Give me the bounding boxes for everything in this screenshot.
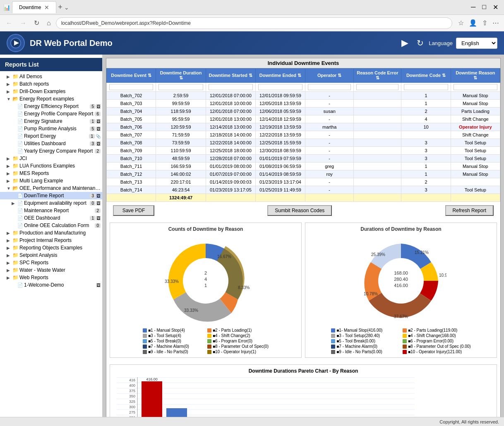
- sidebar-item-drilldown[interactable]: ▶ 📁 Drill-Down Examples: [0, 88, 102, 95]
- sidebar-item-online-oee[interactable]: 📄 Online OEE Calculation Form 0: [0, 222, 102, 229]
- badge: 0: [95, 223, 101, 228]
- close-button[interactable]: ✕: [490, 2, 501, 12]
- sidebar-label: Setpoint Analysis: [19, 252, 101, 258]
- svg-text:275: 275: [129, 410, 135, 414]
- filter-reason[interactable]: [454, 84, 497, 90]
- sidebar-item-oee[interactable]: ▼ 📂 OEE, Performance and Maintenance: [0, 184, 102, 192]
- menu-icon[interactable]: ⋯: [491, 17, 501, 29]
- sidebar-item-production[interactable]: ▶ 📁 Production and Manufacturing: [0, 229, 102, 237]
- address-bar[interactable]: localhost/DRweb_Demo/webreport.aspx?RepI…: [56, 17, 452, 29]
- filter-code[interactable]: [404, 84, 448, 90]
- maximize-button[interactable]: □: [480, 2, 489, 12]
- filter-ended[interactable]: [258, 84, 302, 90]
- sidebar-label: Utilities Dashboard: [24, 141, 89, 146]
- sidebar-item-project[interactable]: ▶ 📁 Project Internal Reports: [0, 237, 102, 244]
- sidebar-item-mes[interactable]: ▶ 📁 MES Reports: [0, 170, 102, 177]
- table-row: Batch_70873:59:5912/22/2018 14:00:0012/2…: [107, 139, 500, 147]
- sidebar-item-pump[interactable]: 📄 Pump Runtime Analysis 5 🖼: [0, 125, 102, 132]
- file-icon: 📄: [17, 193, 23, 199]
- tree-toggle: ▶: [7, 268, 12, 273]
- col-reason-err[interactable]: Reason Code Error ⇅: [354, 69, 401, 83]
- user-icon[interactable]: 👤: [467, 17, 479, 29]
- tab-close-button[interactable]: ✕: [44, 4, 49, 11]
- folder-icon: 📁: [12, 81, 19, 87]
- forward-button[interactable]: →: [17, 18, 29, 29]
- refresh-report-button[interactable]: Refresh Report: [445, 205, 494, 216]
- refresh-button[interactable]: ↻: [417, 38, 424, 48]
- col-operator[interactable]: Operator ⇅: [305, 69, 354, 83]
- sidebar-label: Web Reports: [19, 275, 101, 280]
- filter-reason-err[interactable]: [356, 84, 398, 90]
- browser-titlebar: 📊 Downtime ✕ + ⌄ ─ □ ✕: [0, 0, 504, 15]
- play-button[interactable]: ▶: [401, 38, 408, 48]
- sidebar-item-web[interactable]: ▶ 📁 Web Reports: [0, 274, 102, 281]
- sidebar-item-energy-efficiency[interactable]: 📄 Energy Efficiency Report 5 🖼: [0, 103, 102, 110]
- bookmark-icon[interactable]: ☆: [456, 17, 466, 29]
- sidebar-item-setpoint[interactable]: ▶ 📁 Setpoint Analysis: [0, 251, 102, 259]
- sidebar-item-water[interactable]: ▶ 📁 Water - Waste Water: [0, 266, 102, 274]
- filter-started[interactable]: [209, 84, 253, 90]
- col-duration[interactable]: Downtime Duration ⇅: [156, 69, 206, 83]
- home-button[interactable]: ⌂: [44, 18, 53, 29]
- sidebar-item-spc[interactable]: ▶ 📁 SPC Reports: [0, 259, 102, 266]
- sidebar-item-utilities[interactable]: 📄 Utilities Dashboard 3 🖼: [0, 140, 102, 147]
- col-code[interactable]: Downtime Code ⇅: [401, 69, 451, 83]
- folder-icon: 📁: [12, 252, 19, 258]
- filter-duration[interactable]: [158, 84, 203, 90]
- sidebar-item-downtime[interactable]: 📄 DownTime Report 3 🖼: [0, 192, 102, 199]
- sidebar-title: Reports List: [0, 58, 102, 71]
- tab-menu-button[interactable]: ⌄: [64, 4, 69, 11]
- browser-tab[interactable]: Downtime ✕: [12, 1, 56, 13]
- sidebar-item-reporting[interactable]: ▶ 📁 Reporting Objects Examples: [0, 244, 102, 251]
- legend-label: ■2 - Parts Loading(1): [213, 328, 252, 333]
- bar-chart-svg: 416 400 375 350 325 300 275 250 225 200 …: [117, 377, 415, 417]
- badge: 1: [89, 134, 95, 139]
- sidebar-item-jci[interactable]: ▶ 📁 JCI: [0, 155, 102, 162]
- new-tab-button[interactable]: +: [58, 3, 62, 12]
- file-icon: 📄: [17, 282, 23, 288]
- col-started[interactable]: Downtime Started ⇅: [206, 69, 255, 83]
- sidebar-item-all-demos[interactable]: ▶ 📁 All Demos: [0, 73, 102, 80]
- sidebar-label: SPC Reports: [19, 260, 101, 266]
- svg-text:33.33%: 33.33%: [165, 279, 179, 284]
- sidebar-item-energy[interactable]: ▼ 📂 Energy Report examples: [0, 95, 102, 103]
- sidebar-label: Maintenance Report: [24, 208, 94, 213]
- tree-toggle: ▶: [7, 156, 12, 161]
- sidebar-item-energy-profile[interactable]: 📄 Energy Profile Compare Report 6: [0, 110, 102, 117]
- sidebar-item-lua[interactable]: ▶ 📁 LUA Functions Examples: [0, 162, 102, 170]
- filter-event[interactable]: [109, 84, 153, 90]
- file-icon: 📄: [17, 134, 23, 139]
- language-selector[interactable]: English: [456, 38, 497, 49]
- svg-text:416: 416: [129, 378, 135, 382]
- table-row: Batch_70771:59:5912/18/2018 14:00:0012/2…: [107, 131, 500, 139]
- sidebar-item-report-energy[interactable]: 📄 Report Energy 1 📎: [0, 132, 102, 140]
- sidebar-item-maintenance[interactable]: 📄 Maintenance Report 2: [0, 207, 102, 214]
- sidebar-item-welcome[interactable]: 📄 1-Welcome-Demo 🖼: [0, 281, 102, 289]
- legend-label: ■9 - Idle - No Parts(0): [148, 349, 188, 354]
- back-button[interactable]: ←: [3, 18, 15, 29]
- reload-button[interactable]: ↻: [31, 17, 42, 29]
- badge: 2: [95, 149, 101, 153]
- svg-text:1: 1: [204, 283, 207, 288]
- sidebar: Reports List ▶ 📁 All Demos ▶ 📁 Batch rep…: [0, 55, 103, 417]
- sidebar-item-multilang[interactable]: ▶ 📁 Multi Lang Example: [0, 177, 102, 184]
- col-ended[interactable]: Downtime Ended ⇅: [255, 69, 305, 83]
- app-logo: [7, 34, 25, 52]
- share-icon[interactable]: ⇧: [480, 17, 489, 29]
- table-row: Batch_704118:59:5912/01/2018 07:00:0012/…: [107, 108, 500, 115]
- sidebar-item-energy-sig[interactable]: 📄 Energy Signature 1 🖼: [0, 117, 102, 125]
- main-content: Reports List ▶ 📁 All Demos ▶ 📁 Batch rep…: [0, 55, 504, 417]
- submit-reason-button[interactable]: Sumbit Reason Codes: [267, 205, 332, 216]
- sidebar-item-oee-dash[interactable]: 📄 OEE Dashboard 1 🖼: [0, 214, 102, 222]
- minimize-button[interactable]: ─: [468, 2, 478, 12]
- col-reason[interactable]: Downtime Reason ⇅: [451, 69, 500, 83]
- file-icon: 📄: [17, 111, 23, 117]
- col-event[interactable]: Downtime Event ⇅: [107, 69, 156, 83]
- save-pdf-button[interactable]: Save PDF: [113, 205, 154, 216]
- file-icon: 📄: [17, 201, 23, 206]
- svg-text:300: 300: [129, 405, 135, 409]
- sidebar-item-yearly[interactable]: 📄 Yearly Energy Compare Report 2: [0, 147, 102, 155]
- sidebar-item-equip-avail[interactable]: ▶ 📄 Equipment availability report 0 🖼: [0, 199, 102, 207]
- sidebar-item-batch[interactable]: ▶ 📁 Batch reports: [0, 80, 102, 88]
- filter-operator[interactable]: [308, 84, 351, 90]
